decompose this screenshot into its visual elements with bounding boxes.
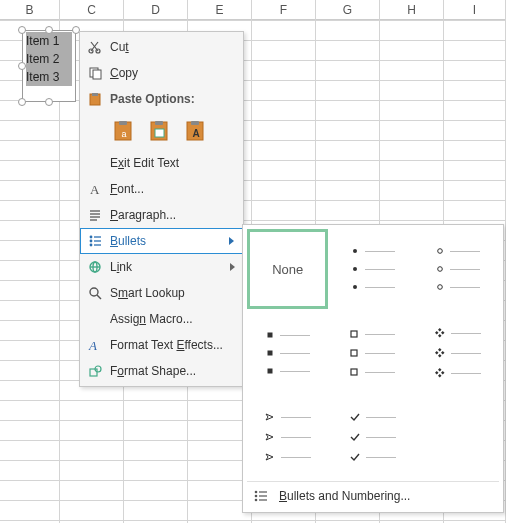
menu-format-shape[interactable]: Format Shape... (80, 358, 243, 384)
column-header[interactable]: E (188, 0, 252, 20)
svg-point-41 (438, 285, 443, 290)
paste-option-picture[interactable] (146, 116, 174, 146)
menu-smart-lookup[interactable]: Smart Lookup (80, 280, 243, 306)
textbox-line[interactable]: Item 2 (26, 50, 72, 68)
paste-option-text-only[interactable]: A (182, 116, 210, 146)
svg-point-39 (438, 249, 443, 254)
menu-copy[interactable]: Copy (80, 60, 243, 86)
paste-options-row: a A (80, 112, 243, 150)
resize-handle[interactable] (18, 62, 26, 70)
submenu-arrow-icon (230, 263, 235, 271)
menu-label: Paragraph... (106, 208, 237, 222)
bullets-icon (84, 233, 106, 249)
resize-handle[interactable] (18, 26, 26, 34)
menu-label: Assign Macro... (106, 312, 237, 326)
text-effects-icon: A (84, 337, 106, 353)
bullet-option-none[interactable]: None (247, 229, 328, 309)
svg-point-40 (438, 267, 443, 272)
paste-option-keep-source[interactable]: a (110, 116, 138, 146)
textbox-line[interactable]: Item 1 (26, 32, 72, 50)
svg-rect-7 (92, 93, 98, 96)
bullets-submenu: None Bullets and Numbering... (242, 224, 504, 513)
resize-handle[interactable] (18, 98, 26, 106)
svg-rect-42 (267, 333, 272, 338)
svg-point-60 (255, 491, 258, 494)
svg-rect-34 (90, 369, 97, 376)
svg-rect-51 (438, 334, 442, 338)
menu-exit-edit-text[interactable]: Exit Edit Text (80, 150, 243, 176)
menu-paragraph[interactable]: Paragraph... (80, 202, 243, 228)
bullet-option-square-hollow[interactable] (332, 313, 413, 393)
svg-text:A: A (90, 182, 100, 197)
clipboard-icon (84, 91, 106, 107)
svg-rect-58 (441, 371, 445, 375)
menu-label: Font... (106, 182, 237, 196)
menu-label: Format Shape... (106, 364, 237, 378)
svg-rect-13 (155, 129, 164, 137)
paragraph-icon (84, 207, 106, 223)
menu-label: Bullets (106, 234, 237, 248)
svg-point-61 (255, 495, 258, 498)
column-header[interactable]: D (124, 0, 188, 20)
resize-handle[interactable] (45, 98, 53, 106)
svg-rect-49 (435, 331, 439, 335)
copy-icon (84, 65, 106, 81)
link-icon (84, 259, 106, 275)
bullet-option-circle[interactable] (418, 229, 499, 309)
menu-label: Exit Edit Text (106, 156, 237, 170)
bullets-icon (253, 488, 269, 504)
svg-text:a: a (121, 129, 126, 139)
search-icon (84, 285, 106, 301)
svg-rect-47 (351, 369, 357, 375)
column-header[interactable]: I (444, 0, 506, 20)
submenu-arrow-icon (229, 237, 234, 245)
bullet-option-disc[interactable] (332, 229, 413, 309)
bullet-option-check[interactable] (332, 397, 413, 477)
svg-rect-12 (155, 121, 163, 125)
svg-text:A: A (192, 128, 199, 139)
menu-paste-options-heading: Paste Options: (80, 86, 243, 112)
svg-rect-43 (267, 351, 272, 356)
column-header[interactable]: G (316, 0, 380, 20)
menu-link[interactable]: Link (80, 254, 243, 280)
svg-rect-52 (438, 348, 442, 352)
menu-cut[interactable]: Cut (80, 34, 243, 60)
scissors-icon (84, 39, 106, 55)
svg-point-37 (353, 267, 357, 271)
svg-point-22 (90, 236, 93, 239)
bullets-and-numbering[interactable]: Bullets and Numbering... (247, 481, 499, 508)
column-header[interactable]: B (0, 0, 60, 20)
svg-point-62 (255, 499, 258, 502)
svg-point-38 (353, 285, 357, 289)
menu-label: Copy (106, 66, 237, 80)
menu-font[interactable]: A Font... (80, 176, 243, 202)
svg-rect-59 (438, 374, 442, 378)
bullet-option-arrow[interactable] (247, 397, 328, 477)
resize-handle[interactable] (45, 26, 53, 34)
svg-rect-50 (441, 331, 445, 335)
svg-rect-5 (93, 70, 101, 79)
column-header[interactable]: F (252, 0, 316, 20)
svg-point-31 (90, 288, 98, 296)
shape-textbox[interactable]: Item 1 Item 2 Item 3 (22, 30, 76, 102)
svg-rect-48 (438, 328, 442, 332)
menu-label: Cut (106, 40, 237, 54)
menu-label: Link (106, 260, 237, 274)
menu-label: Format Text Effects... (106, 338, 237, 352)
svg-rect-15 (191, 121, 199, 125)
menu-format-text-effects[interactable]: A Format Text Effects... (80, 332, 243, 358)
menu-assign-macro[interactable]: Assign Macro... (80, 306, 243, 332)
svg-rect-46 (351, 350, 357, 356)
format-shape-icon (84, 363, 106, 379)
textbox-line[interactable]: Item 3 (26, 68, 72, 86)
column-header[interactable]: H (380, 0, 444, 20)
svg-rect-54 (441, 351, 445, 355)
menu-bullets[interactable]: Bullets (80, 228, 243, 254)
bullet-option-square-filled[interactable] (247, 313, 328, 393)
svg-rect-53 (435, 351, 439, 355)
svg-point-23 (90, 240, 93, 243)
column-header[interactable]: C (60, 0, 124, 20)
bullet-option-diamond[interactable] (418, 313, 499, 393)
svg-point-24 (90, 244, 93, 247)
svg-point-36 (353, 249, 357, 253)
